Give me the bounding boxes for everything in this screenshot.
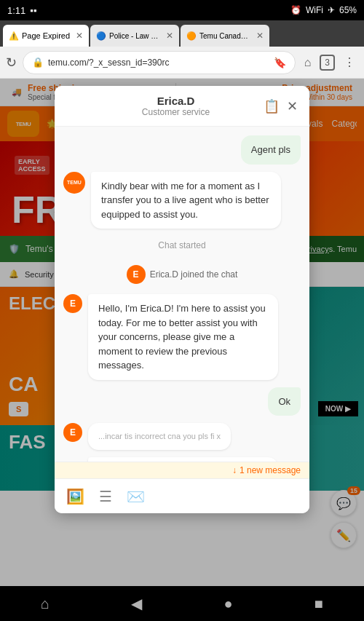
new-message-banner[interactable]: ↓ 1 new message (55, 462, 309, 478)
msg-bubble-user-1: Agent pls (241, 135, 301, 165)
site-content: 🚚 Free shipping Special for you 💰 Price … (0, 79, 364, 621)
alarm-icon: ⏰ (290, 5, 301, 15)
chat-started-status: Chat started (63, 236, 301, 255)
chat-close-button[interactable]: ✕ (287, 98, 298, 114)
bot-avatar: TEMU (63, 172, 85, 194)
tab-page-expired[interactable]: ⚠️ Page Expired ✕ (3, 25, 89, 47)
msg-user-agent-pls: Agent pls (63, 135, 301, 165)
battery-level: 65% (339, 5, 357, 15)
new-msg-arrow-icon: ↓ (232, 465, 237, 475)
tab-police[interactable]: 🔵 Police - Law Enfor... ✕ (90, 25, 179, 47)
tab-favicon-police: 🔵 (96, 31, 106, 41)
chat-image-button[interactable]: 🖼️ (66, 488, 84, 505)
address-bar[interactable]: 🔒 temu.com/?_x_sessn_id=390rc 🔖 (23, 51, 296, 74)
chat-window: Erica.D Customer service 📋 ✕ Agent pls T (55, 86, 309, 513)
chat-menu-toolbar-button[interactable]: ☰ (99, 488, 112, 505)
chat-overlay: Erica.D Customer service 📋 ✕ Agent pls T (0, 79, 364, 621)
erica-avatar-hello: E (63, 294, 82, 313)
tab-favicon-expired: ⚠️ (9, 31, 19, 41)
msg-bubble-user-ok: Ok (268, 387, 301, 416)
chat-email-button[interactable]: ✉️ (127, 488, 145, 505)
notification-icon: ▪▪ (30, 5, 36, 16)
msg-bot-transfer: TEMU Kindly bear with me for a moment as… (63, 172, 301, 229)
new-msg-text: 1 new message (240, 465, 301, 475)
reload-button[interactable]: ↻ (6, 55, 17, 71)
wifi-icon: WiFi (306, 5, 323, 15)
tab-label-police: Police - Law Enfor... (109, 32, 160, 40)
url-text: temu.com/?_x_sessn_id=390rc (48, 58, 269, 68)
chat-header: Erica.D Customer service 📋 ✕ (55, 86, 309, 127)
chat-messages: Agent pls TEMU Kindly bear with me for a… (55, 127, 309, 462)
erica-avatar-partial: E (63, 423, 82, 442)
erica-joined-text: Erica.D joined the chat (150, 269, 238, 280)
msg-user-ok: Ok (63, 387, 301, 416)
tab-close-temu[interactable]: ✕ (256, 31, 264, 41)
tab-label-temu: Temu Canada | Ex... (199, 32, 250, 40)
tab-close-expired[interactable]: ✕ (76, 31, 83, 41)
chat-agent-role: Customer service (88, 107, 264, 117)
msg-agent-partial: E ...incar tis incorrect cna you pls fi … (63, 423, 301, 450)
tab-close-police[interactable]: ✕ (166, 31, 173, 41)
msg-bubble-bot-1: Kindly bear with me for a moment as I tr… (91, 172, 281, 229)
msg-bubble-partial: ...incar tis incorrect cna you pls fi x (88, 423, 231, 450)
status-bar: 1:11 ▪▪ ⏰ WiFi ✈ 65% (0, 0, 364, 20)
msg-bubble-agent-1: Hello, I'm Erica.D! I'm here to assist y… (88, 294, 278, 380)
tab-label-expired: Page Expired (22, 31, 70, 40)
lock-icon: 🔒 (32, 57, 44, 68)
bookmark-icon[interactable]: 🔖 (274, 57, 286, 68)
tabs-button[interactable]: 3 (320, 55, 335, 71)
chat-clip-button[interactable]: 📋 (264, 98, 280, 114)
status-time: 1:11 (7, 5, 25, 16)
browser-nav: ↻ 🔒 temu.com/?_x_sessn_id=390rc 🔖 ⌂ 3 ⋮ (0, 47, 364, 79)
chat-toolbar: 🖼️ ☰ ✉️ (55, 478, 309, 513)
chat-header-icons: 📋 ✕ (264, 98, 298, 114)
menu-button[interactable]: ⋮ (341, 52, 358, 72)
airplane-icon: ✈ (328, 5, 335, 15)
msg-agent-hello: E Hello, I'm Erica.D! I'm here to assist… (63, 294, 301, 380)
browser-tab-bar: ⚠️ Page Expired ✕ 🔵 Police - Law Enfor..… (0, 20, 364, 47)
tab-temu[interactable]: 🟠 Temu Canada | Ex... ✕ (181, 25, 269, 47)
tab-favicon-temu: 🟠 (186, 31, 197, 41)
chat-joined-row: E Erica.D joined the chat (63, 262, 301, 287)
chat-header-info: Erica.D Customer service (88, 95, 264, 117)
chat-agent-name: Erica.D (88, 95, 264, 107)
home-nav-button[interactable]: ⌂ (301, 53, 314, 72)
erica-avatar-small: E (127, 265, 146, 284)
